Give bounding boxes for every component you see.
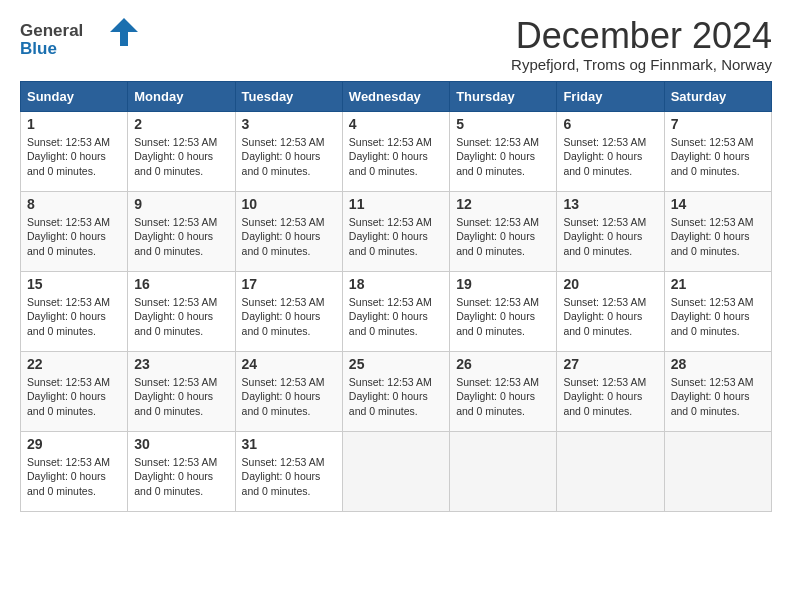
day-number: 28	[671, 356, 765, 372]
calendar-cell: 3 Sunset: 12:53 AMDaylight: 0 hoursand 0…	[235, 111, 342, 191]
calendar-cell: 28 Sunset: 12:53 AMDaylight: 0 hoursand …	[664, 351, 771, 431]
day-info: Sunset: 12:53 AMDaylight: 0 hoursand 0 m…	[349, 295, 443, 339]
day-number: 20	[563, 276, 657, 292]
calendar-cell: 2 Sunset: 12:53 AMDaylight: 0 hoursand 0…	[128, 111, 235, 191]
day-info: Sunset: 12:53 AMDaylight: 0 hoursand 0 m…	[27, 295, 121, 339]
day-info: Sunset: 12:53 AMDaylight: 0 hoursand 0 m…	[563, 295, 657, 339]
calendar-cell: 11 Sunset: 12:53 AMDaylight: 0 hoursand …	[342, 191, 449, 271]
calendar-cell: 29 Sunset: 12:53 AMDaylight: 0 hoursand …	[21, 431, 128, 511]
day-number: 5	[456, 116, 550, 132]
day-info: Sunset: 12:53 AMDaylight: 0 hoursand 0 m…	[27, 215, 121, 259]
day-number: 6	[563, 116, 657, 132]
calendar-cell: 26 Sunset: 12:53 AMDaylight: 0 hoursand …	[450, 351, 557, 431]
weekday-header-row: Sunday Monday Tuesday Wednesday Thursday…	[21, 81, 772, 111]
day-info: Sunset: 12:53 AMDaylight: 0 hoursand 0 m…	[27, 375, 121, 419]
col-thursday: Thursday	[450, 81, 557, 111]
day-info: Sunset: 12:53 AMDaylight: 0 hoursand 0 m…	[134, 455, 228, 499]
col-sunday: Sunday	[21, 81, 128, 111]
day-info: Sunset: 12:53 AMDaylight: 0 hoursand 0 m…	[242, 215, 336, 259]
calendar-cell: 14 Sunset: 12:53 AMDaylight: 0 hoursand …	[664, 191, 771, 271]
calendar-cell: 21 Sunset: 12:53 AMDaylight: 0 hoursand …	[664, 271, 771, 351]
calendar-cell: 23 Sunset: 12:53 AMDaylight: 0 hoursand …	[128, 351, 235, 431]
calendar-cell	[557, 431, 664, 511]
day-info: Sunset: 12:53 AMDaylight: 0 hoursand 0 m…	[456, 295, 550, 339]
day-number: 11	[349, 196, 443, 212]
day-info: Sunset: 12:53 AMDaylight: 0 hoursand 0 m…	[27, 135, 121, 179]
calendar-cell: 16 Sunset: 12:53 AMDaylight: 0 hoursand …	[128, 271, 235, 351]
calendar-cell: 6 Sunset: 12:53 AMDaylight: 0 hoursand 0…	[557, 111, 664, 191]
calendar-cell: 1 Sunset: 12:53 AMDaylight: 0 hoursand 0…	[21, 111, 128, 191]
day-info: Sunset: 12:53 AMDaylight: 0 hoursand 0 m…	[134, 215, 228, 259]
day-number: 12	[456, 196, 550, 212]
calendar-cell	[342, 431, 449, 511]
day-number: 10	[242, 196, 336, 212]
day-number: 30	[134, 436, 228, 452]
calendar-cell: 24 Sunset: 12:53 AMDaylight: 0 hoursand …	[235, 351, 342, 431]
day-number: 19	[456, 276, 550, 292]
calendar-table: Sunday Monday Tuesday Wednesday Thursday…	[20, 81, 772, 512]
day-info: Sunset: 12:53 AMDaylight: 0 hoursand 0 m…	[134, 135, 228, 179]
title-block: December 2024 Rypefjord, Troms og Finnma…	[511, 16, 772, 73]
calendar-cell: 19 Sunset: 12:53 AMDaylight: 0 hoursand …	[450, 271, 557, 351]
day-info: Sunset: 12:53 AMDaylight: 0 hoursand 0 m…	[456, 215, 550, 259]
day-number: 7	[671, 116, 765, 132]
col-saturday: Saturday	[664, 81, 771, 111]
col-tuesday: Tuesday	[235, 81, 342, 111]
day-number: 14	[671, 196, 765, 212]
calendar-cell: 18 Sunset: 12:53 AMDaylight: 0 hoursand …	[342, 271, 449, 351]
day-info: Sunset: 12:53 AMDaylight: 0 hoursand 0 m…	[134, 375, 228, 419]
calendar-cell: 12 Sunset: 12:53 AMDaylight: 0 hoursand …	[450, 191, 557, 271]
col-friday: Friday	[557, 81, 664, 111]
calendar-week-4: 22 Sunset: 12:53 AMDaylight: 0 hoursand …	[21, 351, 772, 431]
day-info: Sunset: 12:53 AMDaylight: 0 hoursand 0 m…	[456, 135, 550, 179]
day-number: 4	[349, 116, 443, 132]
day-number: 24	[242, 356, 336, 372]
day-info: Sunset: 12:53 AMDaylight: 0 hoursand 0 m…	[671, 295, 765, 339]
day-info: Sunset: 12:53 AMDaylight: 0 hoursand 0 m…	[563, 135, 657, 179]
day-number: 21	[671, 276, 765, 292]
svg-marker-2	[110, 18, 138, 46]
svg-text:General: General	[20, 21, 83, 40]
calendar-cell: 25 Sunset: 12:53 AMDaylight: 0 hoursand …	[342, 351, 449, 431]
day-info: Sunset: 12:53 AMDaylight: 0 hoursand 0 m…	[563, 375, 657, 419]
calendar-cell: 27 Sunset: 12:53 AMDaylight: 0 hoursand …	[557, 351, 664, 431]
day-number: 18	[349, 276, 443, 292]
calendar-week-2: 8 Sunset: 12:53 AMDaylight: 0 hoursand 0…	[21, 191, 772, 271]
day-number: 17	[242, 276, 336, 292]
day-number: 3	[242, 116, 336, 132]
calendar-cell: 8 Sunset: 12:53 AMDaylight: 0 hoursand 0…	[21, 191, 128, 271]
calendar-cell: 7 Sunset: 12:53 AMDaylight: 0 hoursand 0…	[664, 111, 771, 191]
calendar-week-3: 15 Sunset: 12:53 AMDaylight: 0 hoursand …	[21, 271, 772, 351]
calendar-cell: 9 Sunset: 12:53 AMDaylight: 0 hoursand 0…	[128, 191, 235, 271]
calendar-cell: 31 Sunset: 12:53 AMDaylight: 0 hoursand …	[235, 431, 342, 511]
day-info: Sunset: 12:53 AMDaylight: 0 hoursand 0 m…	[349, 135, 443, 179]
header-area: General Blue December 2024 Rypefjord, Tr…	[20, 16, 772, 73]
col-monday: Monday	[128, 81, 235, 111]
day-info: Sunset: 12:53 AMDaylight: 0 hoursand 0 m…	[242, 135, 336, 179]
day-info: Sunset: 12:53 AMDaylight: 0 hoursand 0 m…	[456, 375, 550, 419]
day-number: 26	[456, 356, 550, 372]
day-info: Sunset: 12:53 AMDaylight: 0 hoursand 0 m…	[671, 135, 765, 179]
calendar-week-5: 29 Sunset: 12:53 AMDaylight: 0 hoursand …	[21, 431, 772, 511]
month-title: December 2024	[511, 16, 772, 56]
calendar-header: Sunday Monday Tuesday Wednesday Thursday…	[21, 81, 772, 111]
day-info: Sunset: 12:53 AMDaylight: 0 hoursand 0 m…	[349, 215, 443, 259]
day-info: Sunset: 12:53 AMDaylight: 0 hoursand 0 m…	[134, 295, 228, 339]
day-number: 13	[563, 196, 657, 212]
calendar-cell: 20 Sunset: 12:53 AMDaylight: 0 hoursand …	[557, 271, 664, 351]
calendar-cell: 4 Sunset: 12:53 AMDaylight: 0 hoursand 0…	[342, 111, 449, 191]
day-number: 22	[27, 356, 121, 372]
day-number: 8	[27, 196, 121, 212]
location-title: Rypefjord, Troms og Finnmark, Norway	[511, 56, 772, 73]
day-info: Sunset: 12:53 AMDaylight: 0 hoursand 0 m…	[242, 295, 336, 339]
day-number: 16	[134, 276, 228, 292]
day-number: 29	[27, 436, 121, 452]
day-info: Sunset: 12:53 AMDaylight: 0 hoursand 0 m…	[671, 215, 765, 259]
day-info: Sunset: 12:53 AMDaylight: 0 hoursand 0 m…	[27, 455, 121, 499]
day-number: 31	[242, 436, 336, 452]
calendar-cell	[664, 431, 771, 511]
calendar-cell: 17 Sunset: 12:53 AMDaylight: 0 hoursand …	[235, 271, 342, 351]
day-number: 27	[563, 356, 657, 372]
day-number: 1	[27, 116, 121, 132]
day-info: Sunset: 12:53 AMDaylight: 0 hoursand 0 m…	[671, 375, 765, 419]
